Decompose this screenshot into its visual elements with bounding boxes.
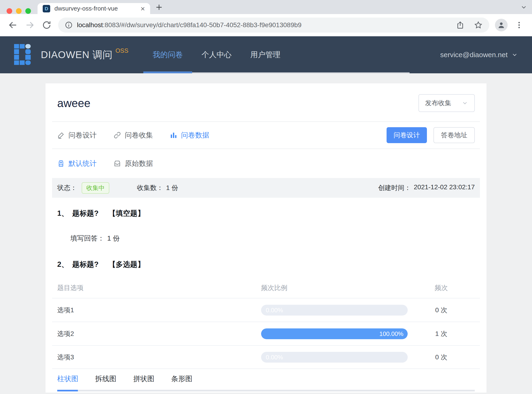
- question-2-title: 2、 题标题? 【多选题】: [52, 243, 480, 269]
- question-index: 1、: [57, 208, 69, 218]
- freq-value: 0 次: [435, 353, 447, 362]
- tab-label: 问卷数据: [181, 130, 209, 140]
- link-icon: [113, 131, 121, 139]
- brand-oss-badge: OSS: [115, 47, 128, 54]
- col-header-freq: 频次: [435, 283, 448, 292]
- option-label: 选项2: [57, 329, 261, 338]
- archive-icon: [113, 160, 121, 167]
- reload-button[interactable]: [40, 18, 53, 32]
- subtab-raw-data[interactable]: 原始数据: [113, 159, 153, 168]
- reload-icon: [42, 20, 52, 30]
- table-header-row: 题目选项 频次比例 频次: [52, 278, 480, 298]
- site-info-icon[interactable]: [65, 21, 73, 29]
- status-label: 状态：: [57, 183, 77, 192]
- survey-title-row: aweee 发布收集: [52, 83, 480, 121]
- browser-tab[interactable]: D dwsurvey-oss-front-vue ×: [37, 3, 150, 14]
- chart-tabs-active-indicator: [57, 390, 78, 391]
- chart-tab-list: 柱状图 拆线图 拼状图 条形图: [57, 374, 475, 384]
- tag-icon: [57, 160, 65, 167]
- tab-survey-data[interactable]: 问卷数据: [170, 130, 209, 140]
- created-time-group: 创建时间： 2021-12-02 23:02:17: [378, 183, 475, 192]
- question-1-answer-line: 填写回答： 1 份: [52, 218, 480, 243]
- main-nav: 我的问卷 个人中心 用户管理: [143, 36, 410, 73]
- table-row: 选项3 0.00% 0 次: [52, 345, 480, 369]
- data-subtabs: 默认统计 原始数据: [52, 149, 480, 178]
- table-row: 选项1 0.00% 0 次: [52, 298, 480, 322]
- survey-title: aweee: [57, 97, 90, 110]
- plus-icon: [155, 3, 163, 11]
- url-bar[interactable]: localhost:8083/#/dw/survey/d/chart/c98fa…: [58, 18, 489, 33]
- chart-tabs-track: [57, 390, 475, 391]
- nav-item-profile[interactable]: 个人中心: [192, 36, 241, 73]
- tab-close-icon[interactable]: ×: [140, 5, 145, 12]
- answer-count: 1 份: [107, 234, 120, 243]
- tab-search-chevron-icon[interactable]: [520, 4, 527, 11]
- browser-menu-button[interactable]: [512, 18, 526, 32]
- account-email: service@diaowen.net: [440, 51, 508, 59]
- answer-url-button[interactable]: 答卷地址: [433, 127, 475, 143]
- back-button[interactable]: [6, 18, 20, 32]
- url-text: localhost:8083/#/dw/survey/d/chart/c98fa…: [77, 21, 451, 29]
- brand-name: DIAOWEN 调问: [41, 48, 113, 61]
- freq-value: 1 次: [435, 329, 447, 338]
- browser-profile-avatar[interactable]: [495, 19, 508, 31]
- status-badge: 收集中: [82, 182, 109, 194]
- chart-tab-pie[interactable]: 拼状图: [133, 374, 154, 384]
- chart-tab-bar[interactable]: 条形图: [171, 374, 192, 384]
- table-row: 选项2 100.00% 1 次: [52, 322, 480, 345]
- back-arrow-icon: [8, 20, 18, 30]
- chart-tab-line[interactable]: 拆线图: [95, 374, 116, 384]
- bookmark-star-icon[interactable]: [474, 21, 483, 30]
- window-close-button[interactable]: [7, 8, 12, 14]
- subtab-label: 默认统计: [69, 159, 97, 168]
- window-controls: [7, 8, 31, 14]
- app-header: DIAOWEN 调问 OSS 我的问卷 个人中心 用户管理 service@di…: [0, 36, 532, 73]
- subtab-label: 原始数据: [125, 159, 153, 168]
- kebab-menu-icon: [515, 21, 523, 29]
- question-text: 题标题?: [72, 259, 99, 269]
- survey-card: aweee 发布收集 问卷设计: [46, 83, 486, 393]
- created-time-value: 2021-12-02 23:02:17: [414, 183, 475, 192]
- ratio-progress-bar: 0.00%: [261, 352, 408, 363]
- tab-survey-design[interactable]: 问卷设计: [57, 130, 97, 140]
- survey-design-button[interactable]: 问卷设计: [387, 127, 427, 143]
- new-tab-button[interactable]: [154, 2, 165, 13]
- chevron-down-icon: [462, 100, 468, 106]
- option-label: 选项1: [57, 306, 261, 315]
- omnibox-actions: [456, 21, 483, 30]
- created-time-label: 创建时间：: [378, 183, 411, 192]
- col-header-ratio: 频次比例: [261, 283, 408, 292]
- window-minimize-button[interactable]: [16, 8, 21, 14]
- answer-label[interactable]: 填写回答：: [70, 234, 104, 243]
- question-type: 【多选题】: [108, 259, 145, 269]
- main-content: aweee 发布收集 问卷设计: [0, 73, 532, 393]
- subtab-default-stats[interactable]: 默认统计: [57, 159, 97, 168]
- status-band: 状态： 收集中 收集数： 1 份 创建时间： 2021-12-02 23:02:…: [52, 178, 480, 198]
- window-zoom-button[interactable]: [25, 8, 31, 14]
- pencil-icon: [57, 131, 65, 139]
- question-text: 题标题?: [72, 208, 99, 218]
- tab-label: 问卷设计: [69, 130, 97, 140]
- tab-title: dwsurvey-oss-front-vue: [54, 5, 118, 12]
- nav-item-my-surveys[interactable]: 我的问卷: [143, 36, 192, 73]
- favicon-icon: D: [43, 5, 50, 12]
- nav-item-user-management[interactable]: 用户管理: [241, 36, 290, 73]
- collect-count-value: 1 份: [166, 183, 178, 192]
- ratio-progress-bar: 100.00%: [261, 328, 408, 339]
- browser-toolbar: localhost:8083/#/dw/survey/d/chart/c98fa…: [0, 14, 532, 36]
- ratio-progress-bar: 0.00%: [261, 305, 408, 316]
- forward-arrow-icon: [25, 20, 35, 30]
- chart-tab-column[interactable]: 柱状图: [57, 374, 78, 384]
- app-logo[interactable]: DIAOWEN 调问 OSS: [14, 44, 128, 66]
- account-menu[interactable]: service@diaowen.net: [440, 51, 518, 59]
- tab-survey-collect[interactable]: 问卷收集: [113, 130, 153, 140]
- tab-label: 问卷收集: [125, 130, 153, 140]
- question-index: 2、: [57, 259, 69, 269]
- share-icon[interactable]: [456, 21, 464, 29]
- question-1-title: 1、 题标题? 【填空题】: [52, 198, 480, 218]
- forward-button[interactable]: [23, 18, 37, 32]
- person-icon: [497, 21, 505, 29]
- survey-actions: 问卷设计 答卷地址: [387, 127, 475, 143]
- publish-collect-select[interactable]: 发布收集: [419, 94, 475, 112]
- url-host: localhost: [77, 21, 103, 29]
